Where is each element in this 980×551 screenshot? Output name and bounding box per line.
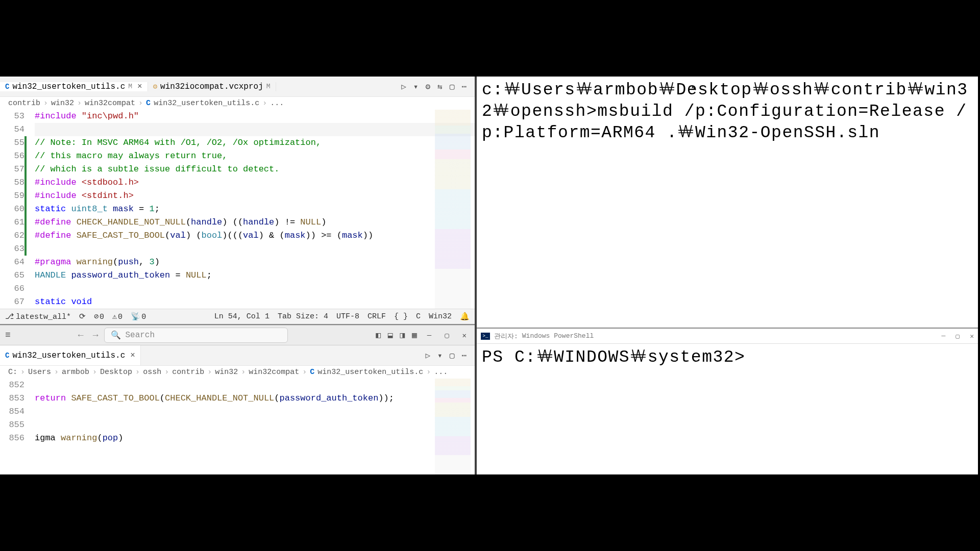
- code-line[interactable]: igma warning(pop): [35, 432, 475, 445]
- breadcrumb-segment[interactable]: contrib: [172, 368, 204, 377]
- code-area-bottom[interactable]: 852853854855856 return SAFE_CAST_TO_BOOL…: [0, 379, 475, 474]
- breadcrumb-segment[interactable]: win32: [51, 99, 74, 108]
- run-button[interactable]: ▷: [401, 82, 406, 92]
- code-line[interactable]: #define SAFE_CAST_TO_BOOL(val) (bool)(((…: [35, 229, 475, 242]
- warning-count[interactable]: 0: [112, 312, 122, 321]
- editor-tab[interactable]: C win32_usertoken_utils.c ×: [0, 345, 141, 365]
- layout-left-icon[interactable]: ◧: [376, 330, 381, 341]
- tab-size[interactable]: Tab Size: 4: [278, 312, 328, 321]
- compare-icon[interactable]: ⇆: [437, 82, 443, 92]
- powershell-prompt[interactable]: PS C:￦WINDOWS￦system32>: [477, 344, 978, 371]
- breadcrumb-segment[interactable]: win32: [215, 368, 238, 377]
- code-line[interactable]: [35, 405, 475, 418]
- code-line[interactable]: [35, 379, 475, 392]
- minimap[interactable]: [435, 379, 471, 474]
- breadcrumb-segment[interactable]: win32_usertoken_utils.c: [317, 368, 423, 377]
- editor-top-pane: C win32_usertoken_utils.c M ×⚙ win32ioco…: [0, 77, 475, 325]
- layout-grid-icon[interactable]: ▦: [412, 330, 417, 341]
- split-editor-icon[interactable]: ▢: [450, 82, 455, 92]
- file-type-icon: C: [146, 99, 151, 108]
- breadcrumb-segment[interactable]: ...: [270, 99, 284, 108]
- breadcrumb-segment[interactable]: win32compat: [85, 99, 135, 108]
- code-line[interactable]: // Note: In MSVC ARM64 with /O1, /O2, /O…: [35, 136, 475, 149]
- tab-close-icon[interactable]: ×: [137, 82, 142, 91]
- code-lines[interactable]: return SAFE_CAST_TO_BOOL(CHECK_HANDLE_NO…: [31, 379, 475, 445]
- nav-back-icon[interactable]: ←: [78, 330, 84, 340]
- code-line[interactable]: #pragma warning(push, 3): [35, 256, 475, 269]
- eol[interactable]: CRLF: [368, 312, 386, 321]
- minimize-button[interactable]: —: [424, 330, 434, 341]
- close-button[interactable]: ✕: [970, 332, 974, 340]
- maximize-button[interactable]: ▢: [955, 332, 960, 340]
- line-number: 854: [0, 405, 24, 418]
- code-line[interactable]: #include <stdbool.h>: [35, 176, 475, 189]
- split-editor-icon[interactable]: ▢: [450, 350, 455, 361]
- breadcrumb-segment[interactable]: Users: [28, 368, 51, 377]
- code-line[interactable]: #include <stdint.h>: [35, 189, 475, 203]
- run-button[interactable]: ▷: [425, 350, 430, 361]
- braces-icon[interactable]: { }: [394, 312, 408, 321]
- code-line[interactable]: return SAFE_CAST_TO_BOOL(CHECK_HANDLE_NO…: [35, 392, 475, 405]
- chevron-right-icon: ›: [262, 99, 267, 108]
- gear-icon[interactable]: ⚙: [425, 82, 430, 92]
- error-count[interactable]: 0: [94, 312, 104, 321]
- code-line[interactable]: [35, 418, 475, 432]
- minimap[interactable]: [435, 110, 471, 309]
- breadcrumb-segment[interactable]: Desktop: [100, 368, 132, 377]
- tab-filename: win32_usertoken_utils.c: [12, 82, 125, 91]
- code-lines[interactable]: #include "inc\pwd.h" // Note: In MSVC AR…: [31, 110, 475, 309]
- breadcrumb-segment[interactable]: win32_usertoken_utils.c: [154, 99, 259, 108]
- layout-right-icon[interactable]: ◨: [400, 330, 405, 341]
- code-line[interactable]: #define CHECK_HANDLE_NOT_NULL(handle) ((…: [35, 216, 475, 229]
- code-line[interactable]: [35, 282, 475, 295]
- code-line[interactable]: [35, 242, 475, 256]
- line-number: 856: [0, 432, 24, 445]
- command-prompt-window[interactable]: ↖ c:￦Users￦armbob￦Desktop￦ossh￦contrib￦w…: [477, 77, 978, 328]
- platform[interactable]: Win32: [429, 312, 452, 321]
- notifications-icon[interactable]: [460, 312, 470, 321]
- menu-icon[interactable]: ≡: [5, 330, 11, 340]
- code-area-top[interactable]: 535455565758596061626364656667 #include …: [0, 110, 475, 309]
- code-line[interactable]: [35, 123, 475, 136]
- code-line[interactable]: // which is a subtle issue difficult to …: [35, 163, 475, 176]
- breadcrumb-segment[interactable]: armbob: [62, 368, 89, 377]
- nav-forward-icon[interactable]: →: [93, 330, 99, 340]
- chevron-right-icon: ›: [92, 368, 97, 377]
- sync-icon[interactable]: [79, 312, 86, 321]
- code-line[interactable]: #include "inc\pwd.h": [35, 110, 475, 123]
- file-type-icon: C: [5, 83, 9, 91]
- line-number: 67: [0, 295, 24, 309]
- cursor-position[interactable]: Ln 54, Col 1: [214, 312, 270, 321]
- close-button[interactable]: ✕: [459, 330, 470, 341]
- breadcrumb-segment[interactable]: win32compat: [249, 368, 299, 377]
- tab-close-icon[interactable]: ×: [130, 351, 135, 360]
- ports-count[interactable]: 0: [131, 312, 146, 321]
- language-mode[interactable]: C: [416, 312, 421, 321]
- breadcrumb-segment[interactable]: ossh: [143, 368, 161, 377]
- encoding[interactable]: UTF-8: [336, 312, 359, 321]
- breadcrumb-bottom[interactable]: C:›Users›armbob›Desktop›ossh›contrib›win…: [0, 366, 475, 379]
- breadcrumb-segment[interactable]: ...: [434, 368, 448, 377]
- code-line[interactable]: // this macro may always return true,: [35, 149, 475, 163]
- editor-tab[interactable]: ⚙ win32iocompat.vcxproj M: [148, 82, 276, 91]
- code-line[interactable]: static void: [35, 295, 475, 309]
- code-line[interactable]: static uint8_t mask = 1;: [35, 203, 475, 216]
- breadcrumb-top[interactable]: contrib›win32›win32compat›Cwin32_usertok…: [0, 97, 475, 110]
- search-input[interactable]: 🔍 Search: [104, 328, 288, 343]
- chevron-down-icon[interactable]: ▾: [437, 350, 443, 361]
- maximize-button[interactable]: ▢: [442, 330, 452, 341]
- chevron-down-icon[interactable]: ▾: [413, 82, 419, 92]
- code-line[interactable]: HANDLE password_auth_token = NULL;: [35, 269, 475, 282]
- layout-bottom-icon[interactable]: ⬓: [388, 330, 393, 341]
- minimize-button[interactable]: —: [942, 332, 946, 340]
- line-number: 53: [0, 110, 24, 123]
- more-icon[interactable]: ⋯: [461, 350, 467, 361]
- breadcrumb-segment[interactable]: C:: [8, 368, 17, 377]
- modified-indicator: M: [266, 83, 271, 90]
- git-branch[interactable]: latestw_all*: [5, 312, 71, 321]
- more-icon[interactable]: ⋯: [461, 82, 467, 92]
- chevron-right-icon: ›: [135, 368, 140, 377]
- breadcrumb-segment[interactable]: contrib: [8, 99, 40, 108]
- editor-tab[interactable]: C win32_usertoken_utils.c M ×: [0, 82, 148, 91]
- powershell-window[interactable]: >_ 관리자: Windows PowerShell — ▢ ✕ PS C:￦W…: [477, 328, 978, 474]
